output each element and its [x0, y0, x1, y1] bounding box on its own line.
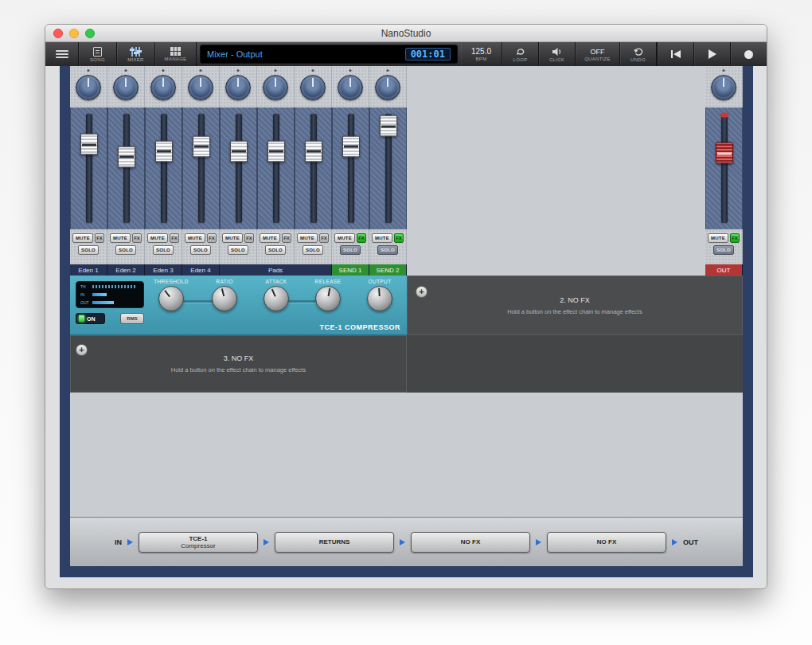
fader-cap[interactable] [342, 135, 360, 157]
minimize-button[interactable] [69, 29, 79, 38]
attack-knob[interactable] [264, 286, 289, 311]
compressor-on-button[interactable]: ON [76, 313, 105, 324]
chain-node-nofx-2[interactable]: NO FX [547, 532, 666, 553]
pan-knob[interactable] [113, 75, 139, 100]
pan-knob[interactable] [76, 75, 101, 100]
manage-button[interactable]: MANAGE [155, 42, 197, 66]
fx-badge[interactable]: FX [319, 233, 329, 243]
fx-badge[interactable]: FX [170, 233, 179, 243]
fx-badge[interactable]: FX [132, 233, 142, 243]
add-effect-button[interactable]: + [416, 286, 427, 298]
channel-strip-5: MUTEFXSOLO [220, 66, 257, 264]
add-effect-button[interactable]: + [76, 344, 88, 356]
pan-knob[interactable] [225, 75, 251, 100]
solo-button[interactable]: SOLO [153, 245, 174, 255]
traffic-lights [53, 29, 95, 38]
fader-cap[interactable] [230, 140, 248, 162]
fx-slot-2[interactable]: + 2. NO FX Hold a button on the effect c… [407, 276, 743, 335]
channel-label-eden4[interactable]: Eden 4 [182, 264, 220, 276]
chain-node-nofx-1[interactable]: NO FX [411, 532, 530, 553]
fx-badge[interactable]: FX [394, 233, 404, 243]
fader-cap[interactable] [80, 134, 98, 155]
pan-knob[interactable] [338, 75, 363, 100]
fader-cap[interactable] [380, 115, 397, 137]
channel-label-send2[interactable]: SEND 2 [369, 264, 407, 276]
close-button[interactable] [53, 29, 63, 38]
compressor-rms-button[interactable]: RMS [120, 313, 144, 324]
mute-button[interactable]: MUTE [222, 233, 243, 243]
mute-button[interactable]: MUTE [185, 233, 205, 243]
release-knob[interactable] [315, 286, 341, 311]
fader-cap[interactable] [305, 140, 322, 162]
loop-button[interactable]: LOOP [502, 42, 539, 66]
fx-badge[interactable]: FX [95, 233, 104, 243]
fx-slot-3[interactable]: + 3. NO FX Hold a button on the effect c… [70, 335, 407, 393]
channel-label-out[interactable]: OUT [705, 264, 743, 276]
song-button[interactable]: SONG [79, 42, 117, 66]
knob-pointer [125, 78, 127, 87]
fx-badge[interactable]: FX [207, 233, 217, 243]
fx-badge[interactable]: FX [244, 233, 254, 243]
mute-button[interactable]: MUTE [110, 233, 131, 243]
knob-pointer [162, 78, 164, 87]
channel-strip-out: MUTEFXSOLO [705, 66, 743, 264]
play-button[interactable] [693, 42, 730, 66]
pan-knob[interactable] [375, 75, 400, 100]
mixer-button[interactable]: MIXER [117, 42, 155, 66]
quantize-button[interactable]: OFF QUANTIZE [576, 42, 620, 66]
fx-badge[interactable]: FX [282, 233, 291, 243]
rewind-button[interactable] [657, 42, 693, 66]
bpm-button[interactable]: 125.0 BPM [461, 42, 502, 66]
ratio-knob-group: RATIO [211, 279, 238, 311]
pan-knob[interactable] [263, 75, 288, 100]
pan-knob[interactable] [711, 75, 736, 100]
solo-button[interactable]: SOLO [265, 245, 286, 255]
fx-slot-hint: Hold a button on the effect chain to man… [507, 308, 642, 315]
pan-knob[interactable] [150, 75, 176, 100]
mute-button[interactable]: MUTE [260, 233, 280, 243]
main-display: Mixer - Output 001:01 [200, 45, 458, 64]
titlebar[interactable]: NanoStudio [45, 25, 767, 42]
ratio-knob[interactable] [212, 286, 237, 311]
channel-label-eden1[interactable]: Eden 1 [70, 264, 107, 276]
channel-label-pads[interactable]: Pads [220, 264, 332, 276]
fx-badge[interactable]: FX [730, 233, 740, 243]
solo-button[interactable]: SOLO [713, 245, 734, 255]
fader-cap[interactable] [193, 135, 210, 157]
threshold-knob[interactable] [158, 286, 184, 311]
zoom-button[interactable] [85, 29, 95, 38]
click-button[interactable]: CLICK [539, 42, 576, 66]
undo-button[interactable]: UNDO [620, 42, 657, 66]
mute-button[interactable]: MUTE [297, 233, 318, 243]
mute-button[interactable]: MUTE [708, 233, 728, 243]
mute-button[interactable]: MUTE [72, 233, 93, 243]
fader-cap[interactable] [155, 140, 173, 162]
solo-button[interactable]: SOLO [228, 245, 248, 255]
mute-button[interactable]: MUTE [147, 233, 168, 243]
pan-knob[interactable] [188, 75, 213, 100]
channel-label-send1[interactable]: SEND 1 [332, 264, 369, 276]
pan-knob[interactable] [300, 75, 326, 100]
solo-button[interactable]: SOLO [115, 245, 136, 255]
chain-arrow-icon [127, 539, 133, 545]
strip-buttons: MUTEFXSOLO [257, 229, 295, 264]
fader-cap[interactable] [716, 143, 733, 164]
knob-pointer [200, 78, 201, 87]
solo-button[interactable]: SOLO [340, 245, 361, 255]
solo-button[interactable]: SOLO [190, 245, 211, 255]
mute-button[interactable]: MUTE [372, 233, 392, 243]
solo-button[interactable]: SOLO [78, 245, 99, 255]
solo-button[interactable]: SOLO [303, 245, 323, 255]
chain-node-returns[interactable]: RETURNS [275, 532, 394, 553]
menu-button[interactable] [45, 42, 79, 66]
fader-cap[interactable] [118, 146, 135, 167]
fader-cap[interactable] [267, 140, 285, 162]
mute-button[interactable]: MUTE [334, 233, 355, 243]
channel-label-eden3[interactable]: Eden 3 [145, 264, 182, 276]
chain-node-compressor[interactable]: TCE-1 Compressor [139, 532, 258, 553]
output-knob[interactable] [367, 286, 392, 311]
record-button[interactable] [730, 42, 767, 66]
channel-label-eden2[interactable]: Eden 2 [107, 264, 145, 276]
fx-badge[interactable]: FX [357, 233, 366, 243]
solo-button[interactable]: SOLO [377, 245, 398, 255]
